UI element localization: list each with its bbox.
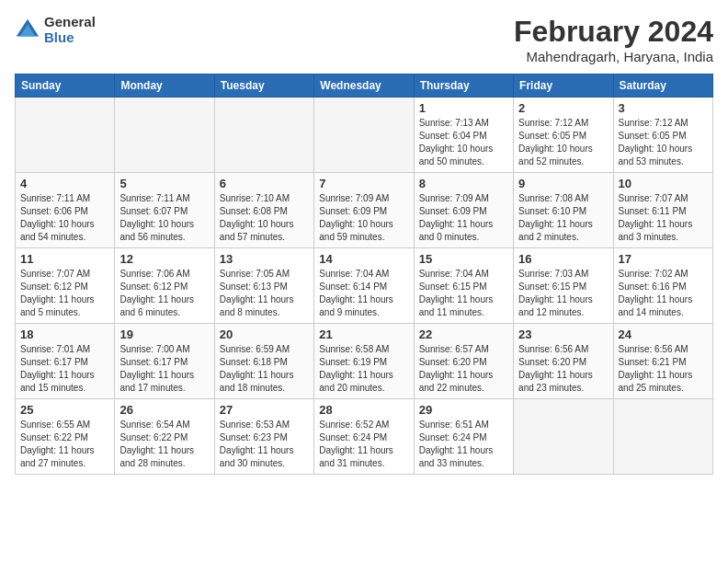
- week-row-1: 1Sunrise: 7:13 AM Sunset: 6:04 PM Daylig…: [16, 98, 713, 173]
- day-cell: [115, 98, 214, 173]
- day-cell: 21Sunrise: 6:58 AM Sunset: 6:19 PM Dayli…: [314, 324, 414, 399]
- day-number: 11: [20, 252, 109, 266]
- day-cell: [613, 399, 712, 475]
- day-cell: 12Sunrise: 7:06 AM Sunset: 6:12 PM Dayli…: [115, 248, 214, 324]
- day-info: Sunrise: 7:13 AM Sunset: 6:04 PM Dayligh…: [419, 117, 508, 168]
- day-cell: 6Sunrise: 7:10 AM Sunset: 6:08 PM Daylig…: [214, 173, 313, 248]
- day-cell: 15Sunrise: 7:04 AM Sunset: 6:15 PM Dayli…: [414, 248, 513, 324]
- day-number: 25: [20, 403, 109, 417]
- day-number: 28: [319, 403, 408, 417]
- day-info: Sunrise: 7:12 AM Sunset: 6:05 PM Dayligh…: [518, 117, 608, 168]
- day-info: Sunrise: 6:59 AM Sunset: 6:18 PM Dayligh…: [220, 343, 309, 395]
- day-info: Sunrise: 6:52 AM Sunset: 6:24 PM Dayligh…: [319, 419, 408, 470]
- header-thursday: Thursday: [414, 75, 513, 98]
- day-cell: 23Sunrise: 6:56 AM Sunset: 6:20 PM Dayli…: [514, 324, 613, 399]
- day-number: 12: [119, 252, 209, 266]
- day-info: Sunrise: 6:55 AM Sunset: 6:22 PM Dayligh…: [20, 419, 109, 470]
- day-number: 8: [419, 177, 508, 190]
- day-info: Sunrise: 7:05 AM Sunset: 6:13 PM Dayligh…: [220, 268, 309, 319]
- day-cell: 5Sunrise: 7:11 AM Sunset: 6:07 PM Daylig…: [115, 173, 214, 248]
- day-number: 13: [220, 252, 309, 266]
- day-cell: 14Sunrise: 7:04 AM Sunset: 6:14 PM Dayli…: [314, 248, 414, 324]
- day-info: Sunrise: 7:00 AM Sunset: 6:17 PM Dayligh…: [119, 343, 209, 395]
- day-info: Sunrise: 6:53 AM Sunset: 6:23 PM Dayligh…: [220, 419, 309, 470]
- day-number: 14: [319, 252, 408, 266]
- day-info: Sunrise: 7:09 AM Sunset: 6:09 PM Dayligh…: [319, 192, 408, 244]
- day-number: 27: [220, 403, 309, 417]
- day-number: 1: [419, 101, 508, 115]
- day-cell: 25Sunrise: 6:55 AM Sunset: 6:22 PM Dayli…: [16, 399, 115, 475]
- header-wednesday: Wednesday: [314, 75, 414, 98]
- day-cell: 7Sunrise: 7:09 AM Sunset: 6:09 PM Daylig…: [314, 173, 414, 248]
- day-cell: 3Sunrise: 7:12 AM Sunset: 6:05 PM Daylig…: [613, 98, 712, 173]
- day-cell: 11Sunrise: 7:07 AM Sunset: 6:12 PM Dayli…: [16, 248, 115, 324]
- calendar: SundayMondayTuesdayWednesdayThursdayFrid…: [15, 74, 713, 475]
- day-number: 20: [220, 327, 309, 341]
- day-cell: 9Sunrise: 7:08 AM Sunset: 6:10 PM Daylig…: [514, 173, 613, 248]
- logo-blue: Blue: [44, 30, 96, 46]
- day-number: 10: [619, 177, 708, 190]
- day-info: Sunrise: 6:56 AM Sunset: 6:21 PM Dayligh…: [619, 343, 708, 395]
- day-info: Sunrise: 7:03 AM Sunset: 6:15 PM Dayligh…: [518, 268, 608, 319]
- day-number: 9: [518, 177, 608, 190]
- day-cell: 13Sunrise: 7:05 AM Sunset: 6:13 PM Dayli…: [214, 248, 313, 324]
- day-number: 3: [619, 101, 708, 115]
- day-number: 4: [20, 177, 109, 190]
- day-info: Sunrise: 7:10 AM Sunset: 6:08 PM Dayligh…: [220, 192, 309, 244]
- day-number: 7: [319, 177, 408, 190]
- day-cell: 22Sunrise: 6:57 AM Sunset: 6:20 PM Dayli…: [414, 324, 513, 399]
- day-cell: 8Sunrise: 7:09 AM Sunset: 6:09 PM Daylig…: [414, 173, 513, 248]
- day-info: Sunrise: 7:08 AM Sunset: 6:10 PM Dayligh…: [518, 192, 608, 244]
- day-number: 6: [220, 177, 309, 190]
- logo-text: General Blue: [44, 15, 96, 45]
- day-cell: 17Sunrise: 7:02 AM Sunset: 6:16 PM Dayli…: [613, 248, 712, 324]
- day-info: Sunrise: 7:04 AM Sunset: 6:15 PM Dayligh…: [419, 268, 508, 319]
- day-cell: 27Sunrise: 6:53 AM Sunset: 6:23 PM Dayli…: [214, 399, 313, 475]
- day-info: Sunrise: 6:58 AM Sunset: 6:19 PM Dayligh…: [319, 343, 408, 395]
- header-tuesday: Tuesday: [214, 75, 313, 98]
- day-cell: 20Sunrise: 6:59 AM Sunset: 6:18 PM Dayli…: [214, 324, 313, 399]
- calendar-header-row: SundayMondayTuesdayWednesdayThursdayFrid…: [16, 75, 713, 98]
- header-monday: Monday: [115, 75, 214, 98]
- day-cell: 18Sunrise: 7:01 AM Sunset: 6:17 PM Dayli…: [16, 324, 115, 399]
- day-number: 21: [319, 327, 408, 341]
- day-info: Sunrise: 7:07 AM Sunset: 6:12 PM Dayligh…: [20, 268, 109, 319]
- day-cell: 24Sunrise: 6:56 AM Sunset: 6:21 PM Dayli…: [613, 324, 712, 399]
- header-friday: Friday: [514, 75, 613, 98]
- day-number: 18: [20, 327, 109, 341]
- logo: General Blue: [15, 15, 96, 45]
- week-row-2: 4Sunrise: 7:11 AM Sunset: 6:06 PM Daylig…: [16, 173, 713, 248]
- day-info: Sunrise: 7:11 AM Sunset: 6:07 PM Dayligh…: [119, 192, 209, 244]
- day-info: Sunrise: 6:56 AM Sunset: 6:20 PM Dayligh…: [518, 343, 608, 395]
- day-cell: 19Sunrise: 7:00 AM Sunset: 6:17 PM Dayli…: [115, 324, 214, 399]
- day-info: Sunrise: 7:12 AM Sunset: 6:05 PM Dayligh…: [619, 117, 708, 168]
- day-info: Sunrise: 7:01 AM Sunset: 6:17 PM Dayligh…: [20, 343, 109, 395]
- day-cell: [16, 98, 115, 173]
- day-number: 16: [518, 252, 608, 266]
- day-cell: 4Sunrise: 7:11 AM Sunset: 6:06 PM Daylig…: [16, 173, 115, 248]
- header-sunday: Sunday: [16, 75, 115, 98]
- day-cell: [314, 98, 414, 173]
- day-cell: 2Sunrise: 7:12 AM Sunset: 6:05 PM Daylig…: [514, 98, 613, 173]
- day-cell: [514, 399, 613, 475]
- day-info: Sunrise: 6:51 AM Sunset: 6:24 PM Dayligh…: [419, 419, 508, 470]
- day-cell: 29Sunrise: 6:51 AM Sunset: 6:24 PM Dayli…: [414, 399, 513, 475]
- day-number: 22: [419, 327, 508, 341]
- day-info: Sunrise: 7:04 AM Sunset: 6:14 PM Dayligh…: [319, 268, 408, 319]
- logo-general: General: [44, 15, 96, 30]
- week-row-5: 25Sunrise: 6:55 AM Sunset: 6:22 PM Dayli…: [16, 399, 713, 475]
- day-number: 29: [419, 403, 508, 417]
- day-cell: 26Sunrise: 6:54 AM Sunset: 6:22 PM Dayli…: [115, 399, 214, 475]
- day-number: 23: [518, 327, 608, 341]
- day-info: Sunrise: 7:02 AM Sunset: 6:16 PM Dayligh…: [619, 268, 708, 319]
- logo-icon: [15, 17, 40, 43]
- day-number: 2: [518, 101, 608, 115]
- month-title: February 2024: [514, 15, 713, 49]
- week-row-4: 18Sunrise: 7:01 AM Sunset: 6:17 PM Dayli…: [16, 324, 713, 399]
- day-cell: [214, 98, 313, 173]
- day-number: 15: [419, 252, 508, 266]
- day-number: 26: [119, 403, 209, 417]
- day-cell: 16Sunrise: 7:03 AM Sunset: 6:15 PM Dayli…: [514, 248, 613, 324]
- day-info: Sunrise: 7:06 AM Sunset: 6:12 PM Dayligh…: [119, 268, 209, 319]
- day-cell: 10Sunrise: 7:07 AM Sunset: 6:11 PM Dayli…: [613, 173, 712, 248]
